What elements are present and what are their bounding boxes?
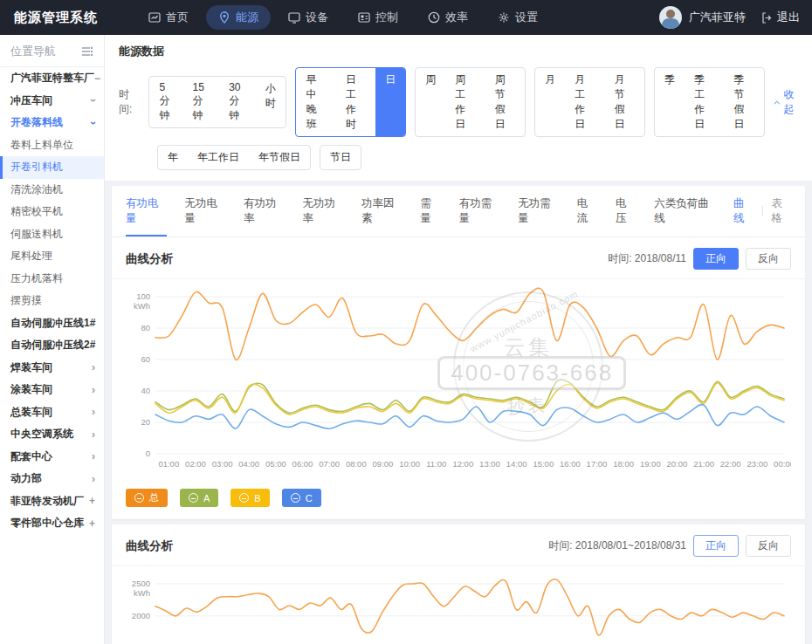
legend-pill-C[interactable]: C xyxy=(282,489,321,507)
view-option-1[interactable]: 曲线 xyxy=(733,196,754,226)
main-nav: 首页能源设备控制效率设置 xyxy=(136,5,550,30)
svg-text:0: 0 xyxy=(146,449,150,458)
logout-button[interactable]: 退出 xyxy=(761,10,800,25)
time-option[interactable]: 季工作日 xyxy=(685,68,724,136)
time-option[interactable]: 年 xyxy=(158,146,188,169)
tab-11[interactable]: 六类负荷曲线 xyxy=(654,186,715,236)
sidebar-item-16[interactable]: 总装车间› xyxy=(0,401,104,424)
tab-9[interactable]: 电流 xyxy=(577,186,597,236)
sidebar-item-2[interactable]: 冲压车间› xyxy=(0,90,104,113)
collapse-link[interactable]: 收起 xyxy=(774,87,798,117)
sidebar-item-8[interactable]: 伺服送料机 xyxy=(0,223,104,246)
tab-7[interactable]: 有功需量 xyxy=(459,186,500,236)
time-option[interactable]: 节日 xyxy=(320,146,361,169)
chevron-down-icon[interactable]: › xyxy=(87,121,100,125)
sidebar-item-20[interactable]: 菲亚特发动机厂+ xyxy=(0,490,104,513)
time-option[interactable]: 日 xyxy=(375,68,405,136)
sidebar-item-18[interactable]: 配套中心› xyxy=(0,446,104,469)
sidebar-item-label: 菲亚特发动机厂 xyxy=(10,494,84,509)
sidebar-item-label: 尾料处理 xyxy=(10,249,52,264)
sidebar-item-5[interactable]: 开卷引料机 xyxy=(0,156,104,179)
tab-4[interactable]: 无功功率 xyxy=(303,186,344,236)
reverse-button[interactable]: 反向 xyxy=(746,535,791,557)
sidebar-item-4[interactable]: 卷料上料单位 xyxy=(0,134,104,157)
chevron-right-icon[interactable]: › xyxy=(92,406,95,418)
time-option[interactable]: 周 xyxy=(416,68,445,136)
chevron-right-icon[interactable]: › xyxy=(92,384,95,396)
tab-3[interactable]: 有功功率 xyxy=(244,186,285,236)
chevron-right-icon[interactable]: › xyxy=(92,473,95,485)
tab-10[interactable]: 电压 xyxy=(616,186,636,236)
time-granularity-group: 月月工作日月节假日 xyxy=(534,67,645,137)
daily-curve-chart[interactable]: 020406080100kWh01:0002:0003:0004:0005:00… xyxy=(126,284,791,478)
sidebar-item-10[interactable]: 压力机落料 xyxy=(0,268,104,291)
svg-text:2000: 2000 xyxy=(132,611,150,620)
sidebar-item-13[interactable]: 自动伺服冲压线2# xyxy=(0,334,104,357)
collapse-minus-icon[interactable]: − xyxy=(94,72,100,85)
time-option[interactable]: 年节假日 xyxy=(249,146,310,169)
expand-plus-icon[interactable]: + xyxy=(89,517,95,530)
svg-text:2500: 2500 xyxy=(132,579,150,588)
sidebar-item-7[interactable]: 精密校平机 xyxy=(0,201,104,223)
nav-item-4[interactable]: 控制 xyxy=(346,5,410,30)
nav-item-2[interactable]: 能源 xyxy=(206,5,271,30)
time-option[interactable]: 30分钟 xyxy=(219,77,256,127)
sidebar-item-12[interactable]: 自动伺服冲压线1# xyxy=(0,312,104,335)
sidebar-item-label: 涂装车间 xyxy=(10,382,52,397)
tab-5[interactable]: 功率因素 xyxy=(361,186,403,236)
time-option[interactable]: 15分钟 xyxy=(183,77,220,127)
time-option[interactable]: 小时 xyxy=(256,77,286,127)
reverse-button[interactable]: 反向 xyxy=(746,248,791,270)
sidebar-item-1[interactable]: 广汽菲亚特整车厂− xyxy=(0,67,104,90)
time-option[interactable]: 季 xyxy=(655,68,685,136)
sidebar-item-17[interactable]: 中央空调系统› xyxy=(0,423,104,446)
chart2-area: 05001000150020002500kWh08.0108.0208.0308… xyxy=(112,566,805,644)
nav-item-6[interactable]: 设置 xyxy=(485,5,550,30)
sidebar-item-3[interactable]: 开卷落料线› xyxy=(0,112,104,134)
time-option[interactable]: 季节假日 xyxy=(725,68,764,136)
sidebar-item-6[interactable]: 清洗涂油机 xyxy=(0,179,104,202)
svg-text:22:00: 22:00 xyxy=(720,459,741,469)
chevron-down-icon[interactable]: › xyxy=(87,99,100,102)
monthly-curve-chart[interactable]: 05001000150020002500kWh08.0108.0208.0308… xyxy=(126,572,791,644)
sidebar-item-14[interactable]: 焊装车间› xyxy=(0,357,104,380)
tab-8[interactable]: 无功需量 xyxy=(518,186,559,236)
time-option[interactable]: 月 xyxy=(535,68,565,136)
svg-text:03:00: 03:00 xyxy=(212,459,233,469)
sidebar-item-15[interactable]: 涂装车间› xyxy=(0,379,104,401)
chevron-right-icon[interactable]: › xyxy=(92,428,95,441)
time-option[interactable]: 月工作日 xyxy=(565,68,604,136)
sidebar-item-21[interactable]: 零件部中心仓库+ xyxy=(0,512,104,535)
legend-pill-总[interactable]: 总 xyxy=(126,489,168,507)
filter-sort-icon[interactable] xyxy=(81,46,93,57)
time-option[interactable]: 年工作日 xyxy=(188,146,249,169)
sidebar-item-11[interactable]: 摆剪摸 xyxy=(0,290,104,312)
legend-pill-A[interactable]: A xyxy=(180,489,218,507)
chevron-right-icon[interactable]: › xyxy=(92,450,95,462)
time-option[interactable]: 周工作日 xyxy=(445,68,485,136)
expand-plus-icon[interactable]: + xyxy=(89,495,95,507)
avatar[interactable] xyxy=(659,6,682,29)
view-option-2[interactable]: 表格 xyxy=(771,196,791,226)
forward-button[interactable]: 正向 xyxy=(693,535,739,557)
sidebar-item-label: 总装车间 xyxy=(10,405,52,420)
time-option[interactable]: 5分钟 xyxy=(149,77,182,127)
nav-item-1[interactable]: 首页 xyxy=(136,5,201,30)
nav-item-3[interactable]: 设备 xyxy=(276,5,341,30)
time-option[interactable]: 日工作时 xyxy=(336,68,375,136)
nav-item-5[interactable]: 效率 xyxy=(416,5,480,30)
time-option[interactable]: 周节假日 xyxy=(485,68,525,136)
legend-pill-B[interactable]: B xyxy=(231,489,269,507)
sidebar-item-label: 卷料上料单位 xyxy=(10,138,73,153)
time-option[interactable]: 月节假日 xyxy=(605,68,644,136)
tab-6[interactable]: 需量 xyxy=(421,186,441,236)
sidebar-item-19[interactable]: 动力部› xyxy=(0,468,104,490)
time-option[interactable]: 早中晚班 xyxy=(296,68,335,136)
svg-text:13:00: 13:00 xyxy=(479,459,500,469)
sidebar-item-9[interactable]: 尾料处理 xyxy=(0,245,104,268)
chevron-right-icon[interactable]: › xyxy=(92,361,95,373)
forward-button[interactable]: 正向 xyxy=(693,248,739,270)
tab-1[interactable]: 有功电量 xyxy=(126,186,167,236)
legend-label: C xyxy=(306,493,313,504)
tab-2[interactable]: 无功电量 xyxy=(185,186,226,236)
